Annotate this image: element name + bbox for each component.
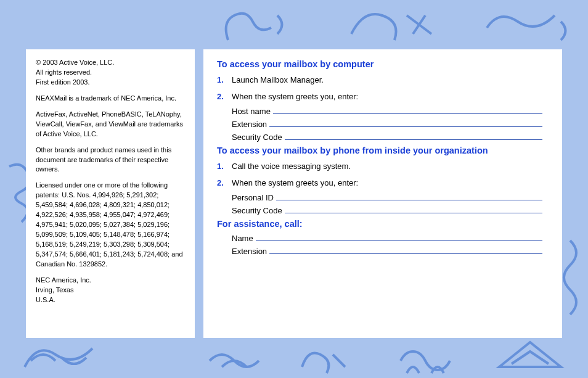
field-host-name[interactable]: Host name <box>232 107 549 116</box>
doodle-bottom-right <box>493 336 586 378</box>
input-line[interactable] <box>256 234 542 241</box>
patents-text: Licensed under one or more of the follow… <box>36 181 185 269</box>
field-label: Extension <box>232 120 267 129</box>
doodle-top-3 <box>481 3 586 49</box>
input-line[interactable] <box>269 120 542 127</box>
field-security-code-computer[interactable]: Security Code <box>232 133 549 142</box>
field-label: Personal ID <box>232 193 274 202</box>
company-address: NEC America, Inc. Irving, Texas U.S.A. <box>36 276 185 305</box>
steps-computer: 1. Launch Mailbox Manager. 2. When the s… <box>217 74 549 102</box>
step-num: 1. <box>217 160 232 173</box>
trademark-active: ActiveFax, ActiveNet, PhoneBASIC, TeLANo… <box>36 110 185 139</box>
field-label: Security Code <box>232 206 282 215</box>
step-num: 2. <box>217 177 232 189</box>
field-label: Extension <box>232 247 267 256</box>
copyright-text: © 2003 Active Voice, LLC. All rights res… <box>36 58 185 88</box>
instructions-panel: To access your mailbox by computer 1. La… <box>203 49 562 338</box>
field-extension-computer[interactable]: Extension <box>232 120 549 129</box>
input-line[interactable] <box>269 247 542 254</box>
doodle-bottom-3 <box>394 342 468 378</box>
step-text: When the system greets you, enter: <box>232 91 549 103</box>
field-assist-extension[interactable]: Extension <box>232 247 549 256</box>
input-line[interactable] <box>285 133 542 140</box>
step-text: Launch Mailbox Manager. <box>232 74 549 86</box>
field-security-code-phone[interactable]: Security Code <box>232 206 549 215</box>
input-line[interactable] <box>276 193 542 200</box>
input-line[interactable] <box>273 107 542 114</box>
step-text: When the system greets you, enter: <box>232 177 549 189</box>
legal-panel: © 2003 Active Voice, LLC. All rights res… <box>26 49 195 338</box>
doodle-top-2 <box>345 3 444 49</box>
step-2-2: 2. When the system greets you, enter: <box>217 177 549 189</box>
field-personal-id[interactable]: Personal ID <box>232 193 549 202</box>
doodle-bottom-1 <box>203 342 277 378</box>
field-label: Name <box>232 234 253 243</box>
doodle-bottom-2 <box>296 342 357 378</box>
step-1-2: 2. When the system greets you, enter: <box>217 91 549 103</box>
heading-computer-access: To access your mailbox by computer <box>217 59 549 69</box>
step-text: Call the voice messaging system. <box>232 160 549 173</box>
doodle-bottom-left <box>18 336 105 378</box>
trademark-other: Other brands and product names used in t… <box>36 146 185 175</box>
field-assist-name[interactable]: Name <box>232 234 549 243</box>
field-label: Security Code <box>232 133 282 142</box>
heading-phone-access: To access your mailbox by phone from ins… <box>217 146 549 155</box>
step-num: 2. <box>217 91 232 103</box>
heading-assistance: For assistance, call: <box>217 219 549 229</box>
step-1-1: 1. Launch Mailbox Manager. <box>217 74 549 86</box>
steps-phone: 1. Call the voice messaging system. 2. W… <box>217 160 549 189</box>
doodle-top-1 <box>216 3 302 49</box>
trademark-neax: NEAXMail is a trademark of NEC America, … <box>36 94 185 104</box>
step-2-1: 1. Call the voice messaging system. <box>217 160 549 173</box>
field-label: Host name <box>232 107 271 116</box>
input-line[interactable] <box>285 206 542 213</box>
step-num: 1. <box>217 74 232 86</box>
